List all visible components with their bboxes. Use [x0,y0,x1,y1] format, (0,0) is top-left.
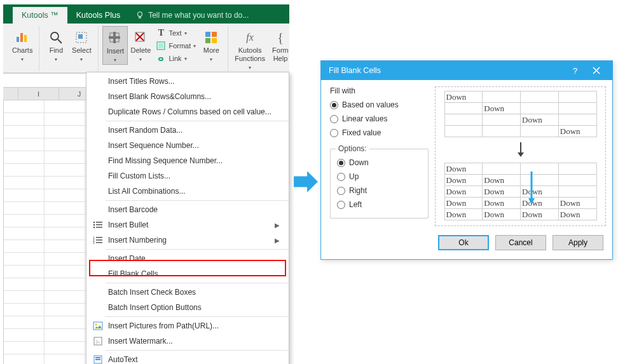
svg-line-6 [58,39,62,43]
svg-rect-22 [96,222,102,223]
chart-icon [15,30,30,45]
find-button[interactable]: Find▾ [43,26,69,64]
tab-kutools[interactable]: Kutools ™ [13,7,67,24]
options-label: Options: [336,144,369,153]
svg-rect-3 [20,33,23,42]
text-icon: T [156,28,166,38]
menu-insert-sequence-number[interactable]: Insert Sequence Number... [86,138,289,153]
radio-down[interactable]: Down [337,156,422,170]
formh-label-2: Help [273,55,288,62]
charts-button[interactable]: Charts▾ [10,26,35,64]
menu-list-all-combinations[interactable]: List All Combinations... [86,184,289,199]
radio-icon [337,159,345,167]
help-button[interactable]: ? [564,64,586,78]
menu-fill-blank-cells[interactable]: Fill Blank Cells... [86,266,289,281]
radio-label: Left [349,200,362,209]
more-button[interactable]: More▾ [198,26,224,64]
delete-button[interactable]: Delete▾ [128,26,153,64]
menu-insert-watermark[interactable]: AInsert Watermark... [86,334,289,349]
delete-icon [133,30,148,45]
fill-blank-cells-dialog: Fill Blank Cells ? Fill with Based on va… [320,60,613,260]
cancel-button[interactable]: Cancel [495,235,546,250]
svg-point-21 [93,222,95,224]
menu-insert-pictures-from-path[interactable]: Insert Pictures from Path(URL)... [86,318,289,334]
menu-insert-barcode[interactable]: Insert Barcode [86,202,289,217]
menu-label: AutoText [108,355,280,364]
menu-batch-insert-checkboxes[interactable]: Batch Insert Check Boxes [86,285,289,300]
fx-icon: fx [242,30,258,45]
text-label: Text [168,29,181,37]
menu-label: Insert Pictures from Path(URL)... [108,321,280,330]
menu-insert-bullet[interactable]: Insert Bullet▶ [86,217,289,233]
radio-right[interactable]: Right [337,184,422,198]
svg-rect-28 [96,237,102,238]
menu-batch-insert-option-buttons[interactable]: Batch Insert Option Buttons [86,300,289,315]
preview-table-before: Down Down Down Down [444,91,597,137]
tab-kutools-plus[interactable]: Kutools Plus [67,7,129,24]
svg-rect-33 [93,322,102,330]
formula-helper-button[interactable]: { FormHelp [268,26,293,63]
svg-rect-1 [139,17,141,18]
radio-based-on-values[interactable]: Based on values [330,98,429,112]
help-icon: ? [571,67,579,74]
format-icon [156,41,166,51]
ok-button[interactable]: Ok [438,235,489,250]
menu-fill-custom-lists[interactable]: Fill Custom Lists... [86,168,289,184]
menu-label: Insert Blank Rows&Columns... [108,92,280,101]
watermark-icon: A [90,336,106,346]
text-button[interactable]: TText ▾ [154,27,197,39]
picture-icon [90,321,106,331]
svg-rect-17 [205,32,210,37]
menu-insert-random-data[interactable]: Insert Random Data... [86,123,289,138]
menu-duplicate-rows-cols[interactable]: Duplicate Rows / Columns based on cell v… [86,104,289,119]
col-header-i[interactable]: I [18,88,59,100]
link-button[interactable]: Link ▾ [154,53,197,64]
svg-rect-2 [17,37,19,42]
menu-autotext[interactable]: AutoText [86,352,289,364]
more-icon [203,30,219,45]
radio-up[interactable]: Up [337,170,422,184]
svg-text:A: A [95,339,100,346]
apply-button[interactable]: Apply [553,235,603,250]
fillwith-label: Fill with [330,86,429,95]
menu-label: Insert Watermark... [108,337,280,346]
svg-rect-19 [205,38,210,43]
tell-me-box[interactable]: Tell me what you want to do... [129,11,249,24]
menu-insert-blank-rows-cols[interactable]: Insert Blank Rows&Columns... [86,89,289,104]
select-icon [74,30,89,45]
preview-table-after: Down DownDown DownDownDown DownDownDownD… [444,163,597,220]
svg-rect-16 [158,43,163,48]
radio-icon [330,115,338,123]
close-button[interactable] [586,64,607,78]
radio-left[interactable]: Left [337,198,422,212]
menu-insert-numbering[interactable]: 123Insert Numbering▶ [86,233,289,248]
menu-find-missing-sequence[interactable]: Find Missing Sequence Number... [86,153,289,168]
radio-icon [337,173,345,181]
menu-insert-titles-rows[interactable]: Insert Titles Rows... [86,74,289,89]
radio-linear-values[interactable]: Linear values [330,112,429,126]
menu-label: Insert Barcode [108,205,280,214]
svg-point-34 [95,324,97,326]
menu-label: Batch Insert Check Boxes [108,288,280,297]
menu-insert-date[interactable]: Insert Date... [86,251,289,266]
svg-rect-11 [109,36,120,39]
radio-icon [330,101,338,109]
select-button[interactable]: Select▾ [69,26,94,64]
close-icon [593,67,600,74]
format-button[interactable]: Format ▾ [154,40,197,51]
svg-rect-8 [78,34,83,39]
select-label: Select [72,46,92,54]
link-icon [156,53,166,64]
menu-label: Insert Sequence Number... [108,141,280,150]
more-label: More [203,46,219,54]
dialog-titlebar: Fill Blank Cells ? [321,61,612,80]
kutools-functions-button[interactable]: fx KutoolsFunctions ▾ [232,26,268,72]
bullet-list-icon [90,220,106,230]
svg-rect-4 [24,35,27,42]
preview-panel: Down Down Down Down Down DownDown DownDo… [435,86,606,226]
radio-fixed-value[interactable]: Fixed value [330,126,429,140]
radio-label: Fixed value [342,128,381,137]
dialog-buttons: Ok Cancel Apply [321,230,612,259]
number-list-icon: 123 [90,235,106,245]
insert-button[interactable]: Insert▾ [102,26,128,65]
